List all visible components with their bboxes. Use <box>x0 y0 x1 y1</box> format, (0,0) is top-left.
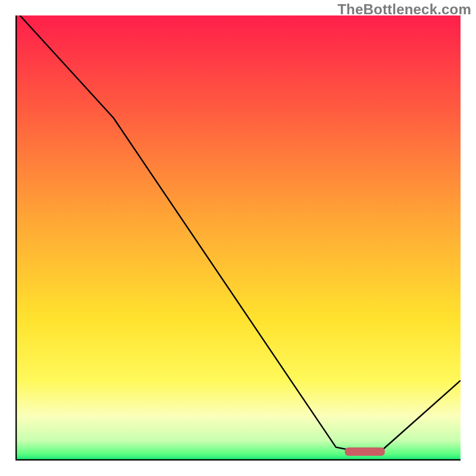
gradient-background <box>15 15 461 461</box>
chart-container: TheBottleneck.com <box>0 0 476 476</box>
plot-area <box>15 15 461 461</box>
optimal-marker <box>345 447 385 456</box>
